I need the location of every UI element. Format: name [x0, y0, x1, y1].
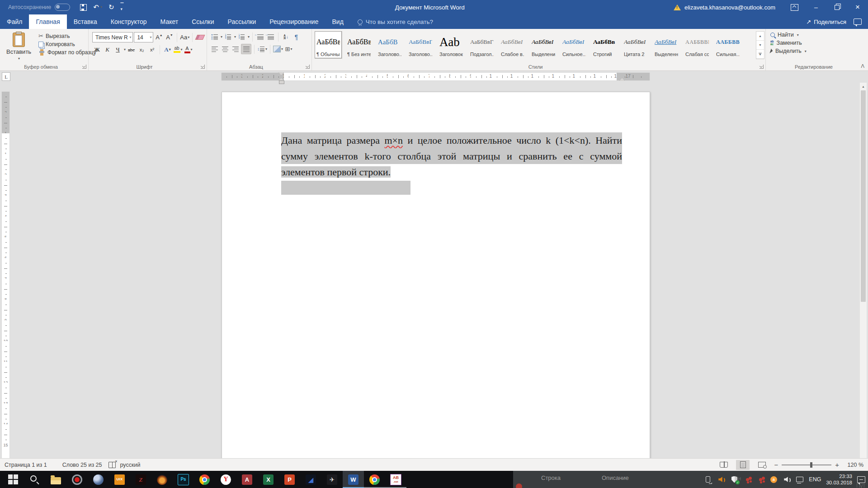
font-family-combo[interactable]: Times New R▾	[92, 32, 133, 42]
first-line-indent-marker[interactable]	[278, 72, 284, 75]
underline-button[interactable]: Ч	[113, 45, 123, 54]
undo-dropdown-icon[interactable]: ▾	[100, 5, 102, 9]
change-case-button[interactable]: Аа▾	[180, 33, 189, 42]
yandex-browser-icon[interactable]: Y	[215, 471, 236, 488]
start-button[interactable]	[3, 471, 24, 488]
network-icon[interactable]	[796, 475, 804, 483]
align-left-button[interactable]	[210, 44, 219, 54]
paste-dropdown-icon[interactable]: ▾	[18, 56, 20, 61]
restore-button[interactable]	[826, 0, 847, 14]
text-effects-button[interactable]: А▾	[163, 45, 172, 54]
sort-button[interactable]: АЯ↓	[281, 32, 291, 42]
tab-stop-selector[interactable]: L	[2, 72, 10, 81]
redo-button[interactable]: ↻	[108, 4, 114, 11]
decrease-indent-button[interactable]: ←	[255, 32, 265, 42]
borders-button[interactable]: ⊞▾	[284, 44, 293, 54]
print-layout-button[interactable]	[736, 460, 750, 470]
undo-button[interactable]: ↶▾	[93, 4, 102, 11]
word-icon[interactable]: W	[343, 471, 364, 488]
style-title[interactable]: Ааb Заголовок	[438, 31, 465, 58]
font-color-button[interactable]: А▾	[184, 45, 193, 54]
customize-qat-button[interactable]: ▔▾	[120, 3, 123, 11]
zoom-in-button[interactable]: +	[835, 461, 839, 469]
style-intense-emphasis[interactable]: АаБбВвІ Сильное...	[561, 31, 588, 58]
tab-review[interactable]: Рецензирование	[263, 14, 325, 29]
plane-app-icon[interactable]: ✈	[321, 471, 343, 488]
defender-icon[interactable]	[730, 475, 738, 483]
share-button[interactable]: ↗Поделиться	[806, 19, 846, 25]
style-strong[interactable]: АаБбВв Строгий	[591, 31, 618, 58]
style-subtle-emphasis[interactable]: АаБбВвІ Слабое в...	[499, 31, 526, 58]
font-size-combo[interactable]: 14▾	[134, 32, 153, 42]
powerpoint-icon[interactable]: P	[279, 471, 300, 488]
styles-dialog-launcher[interactable]	[760, 65, 764, 69]
taskbar-search-icon[interactable]	[24, 471, 45, 488]
flame-app-icon[interactable]	[151, 471, 173, 488]
cut-button[interactable]: ✂Вырезать	[38, 33, 96, 39]
recorder-app-icon[interactable]	[66, 471, 88, 488]
excel-icon[interactable]: X	[258, 471, 279, 488]
proofing-icon[interactable]	[108, 462, 116, 468]
tab-mailings[interactable]: Рассылки	[221, 14, 263, 29]
tab-layout[interactable]: Макет	[154, 14, 185, 29]
speaker-icon[interactable]	[783, 475, 791, 483]
ribbon-display-options-icon[interactable]	[791, 4, 798, 11]
tab-view[interactable]: Вид	[325, 14, 350, 29]
action-center-icon[interactable]	[857, 476, 865, 483]
autosave-toggle[interactable]	[55, 4, 70, 11]
style-heading1[interactable]: АаБбВ Заголово...	[376, 31, 403, 58]
numbering-button[interactable]: 1 2 3	[223, 32, 233, 42]
styles-scroll-up-button[interactable]: ▲	[756, 32, 764, 41]
tab-references[interactable]: Ссылки	[185, 14, 221, 29]
style-normal[interactable]: АаБбВвІ ¶ Обычный	[315, 31, 342, 58]
style-subtle-reference[interactable]: ААББВВІ Слабая сс...	[684, 31, 711, 58]
input-language-indicator[interactable]: ENG	[809, 476, 821, 483]
text-line-1[interactable]: Дана матрица размера m×n и целое положит…	[281, 132, 622, 148]
styles-gallery-more-button[interactable]: ▼	[756, 50, 764, 59]
read-mode-button[interactable]	[717, 460, 731, 470]
misspelled-word[interactable]: m×n	[384, 135, 403, 146]
style-quote2[interactable]: АаБбВвІ Цитата 2	[622, 31, 649, 58]
find-button[interactable]: Найти▾	[770, 32, 866, 38]
paragraph-dialog-launcher[interactable]	[306, 65, 310, 69]
underline-dropdown-icon[interactable]: ▾	[124, 47, 126, 52]
increase-indent-button[interactable]: →	[266, 32, 275, 42]
word-count[interactable]: Слово 25 из 25	[62, 462, 102, 468]
align-center-button[interactable]	[220, 44, 230, 54]
tell-me-box[interactable]: Что вы хотите сделать?	[358, 14, 433, 29]
bullets-button[interactable]	[210, 32, 219, 42]
align-right-button[interactable]	[231, 44, 240, 54]
file-explorer-icon[interactable]	[45, 471, 66, 488]
close-button[interactable]: ×	[847, 0, 868, 14]
save-button[interactable]	[80, 4, 87, 11]
bullets-dropdown-icon[interactable]: ▾	[221, 35, 222, 39]
chrome-window-icon[interactable]	[364, 471, 385, 488]
access-icon[interactable]: A	[236, 471, 258, 488]
highlight-button[interactable]: ab▾	[173, 45, 183, 54]
zoom-slider-track[interactable]	[782, 465, 831, 465]
scroll-up-icon[interactable]: ▲	[860, 83, 867, 90]
autosave-control[interactable]: Автосохранение	[8, 4, 70, 11]
line-spacing-button[interactable]: ↕▾	[257, 44, 267, 54]
strikethrough-button[interactable]: abc	[127, 45, 136, 54]
page-count[interactable]: Страница 1 из 1	[5, 462, 47, 468]
game-app-icon[interactable]: Z	[130, 471, 151, 488]
superscript-button[interactable]: x²	[147, 45, 157, 54]
zoom-slider-thumb[interactable]	[810, 462, 812, 468]
usb-tray-icon[interactable]	[704, 475, 712, 483]
photoshop-icon[interactable]: Ps	[173, 471, 194, 488]
zoom-level[interactable]: 120 %	[844, 462, 863, 468]
style-emphasis[interactable]: АаБбВвІ Выделение	[530, 31, 557, 58]
blue-swirl-app-icon[interactable]	[88, 471, 109, 488]
avast-icon[interactable]	[769, 475, 778, 483]
style-intense-reference[interactable]: ААББВВ Сильная...	[714, 31, 741, 58]
collapse-ribbon-icon[interactable]: ᐱ	[861, 63, 864, 69]
font-dialog-launcher[interactable]	[201, 65, 205, 69]
bold-button[interactable]: Ж	[92, 45, 102, 54]
document-page[interactable]: Дана матрица размера m×n и целое положит…	[222, 92, 650, 458]
style-intense-quote[interactable]: АаБбВвІ Выделенн...	[653, 31, 680, 58]
tab-file[interactable]: Файл	[0, 14, 29, 29]
clock[interactable]: 23:33 30.03.2018	[826, 473, 852, 486]
replace-button[interactable]: abacЗаменить	[770, 40, 866, 46]
text-line-3[interactable]: элементов первой строки.	[281, 164, 622, 180]
